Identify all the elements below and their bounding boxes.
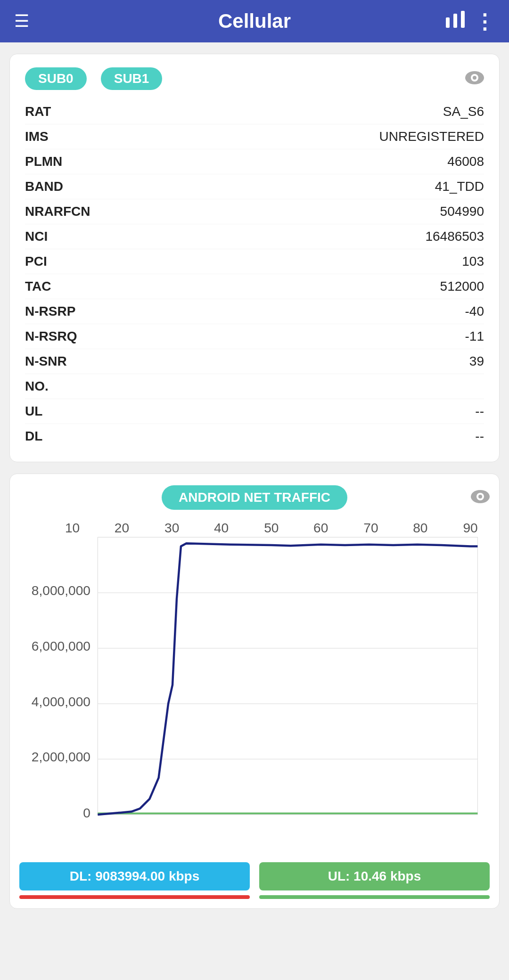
stats-row: DL: 9083994.00 kbps UL: 10.46 kbps <box>19 862 490 890</box>
stat-bar-row <box>19 895 490 899</box>
row-label: TAC <box>25 279 51 294</box>
svg-text:30: 30 <box>164 521 179 535</box>
table-row: N-RSRQ-11 <box>25 324 484 349</box>
row-value: 46008 <box>447 154 484 169</box>
svg-text:6,000,000: 6,000,000 <box>32 639 90 653</box>
row-label: N-RSRQ <box>25 329 77 344</box>
dl-progress-bar <box>19 895 250 899</box>
table-row: NRARFCN504990 <box>25 199 484 224</box>
table-row: PLMN46008 <box>25 149 484 174</box>
row-label: BAND <box>25 179 63 194</box>
badge-row: SUB0 SUB1 <box>25 67 484 90</box>
ul-progress-bar <box>259 895 490 899</box>
svg-text:10: 10 <box>65 521 80 535</box>
svg-rect-0 <box>446 17 450 28</box>
svg-text:80: 80 <box>413 521 427 535</box>
chart-area: 10 20 30 40 50 60 70 80 90 0 2,000,000 4… <box>19 519 490 853</box>
svg-point-5 <box>473 76 476 80</box>
row-label: N-RSRP <box>25 304 75 319</box>
row-label: N-SNR <box>25 354 67 369</box>
chart-header: ANDROID NET TRAFFIC <box>19 485 490 510</box>
table-row: PCI103 <box>25 249 484 274</box>
bar-chart-icon[interactable] <box>446 11 465 32</box>
row-label: PLMN <box>25 154 62 169</box>
row-value: 41_TDD <box>435 179 484 194</box>
table-row: N-SNR39 <box>25 349 484 374</box>
app-header: ☰ Cellular ⋮ <box>0 0 509 42</box>
svg-text:40: 40 <box>214 521 229 535</box>
svg-text:8,000,000: 8,000,000 <box>32 583 90 598</box>
table-row: BAND41_TDD <box>25 174 484 199</box>
row-value: -40 <box>465 304 484 319</box>
row-label: NRARFCN <box>25 204 90 219</box>
net-traffic-chart: 10 20 30 40 50 60 70 80 90 0 2,000,000 4… <box>19 519 490 851</box>
svg-text:50: 50 <box>264 521 279 535</box>
visibility-icon[interactable] <box>465 69 484 89</box>
svg-text:20: 20 <box>115 521 129 535</box>
svg-text:4,000,000: 4,000,000 <box>32 694 90 709</box>
row-label: PCI <box>25 254 47 269</box>
ul-stat: UL: 10.46 kbps <box>259 862 490 890</box>
row-label: IMS <box>25 129 49 144</box>
svg-point-8 <box>478 495 482 498</box>
svg-text:70: 70 <box>363 521 378 535</box>
svg-text:2,000,000: 2,000,000 <box>32 750 90 764</box>
table-row: RATSA_S6 <box>25 99 484 124</box>
row-value: 103 <box>462 254 484 269</box>
chart-card: ANDROID NET TRAFFIC 10 20 30 40 50 60 70… <box>9 474 500 909</box>
table-row: TAC512000 <box>25 274 484 299</box>
table-row: NCI16486503 <box>25 224 484 249</box>
hamburger-icon[interactable]: ☰ <box>14 11 29 31</box>
sub1-badge[interactable]: SUB1 <box>101 67 163 90</box>
chart-visibility-icon[interactable] <box>471 488 490 507</box>
svg-text:90: 90 <box>463 521 477 535</box>
sub0-badge[interactable]: SUB0 <box>25 67 87 90</box>
row-label: DL <box>25 429 42 444</box>
dl-stat: DL: 9083994.00 kbps <box>19 862 250 890</box>
table-row: NO. <box>25 374 484 399</box>
row-value: -- <box>475 429 484 444</box>
row-value: SA_S6 <box>443 104 484 119</box>
row-label: NO. <box>25 379 49 394</box>
table-row: UL-- <box>25 399 484 424</box>
row-value: 504990 <box>440 204 484 219</box>
sub-card: SUB0 SUB1 RATSA_S6IMSUNREGISTEREDPLMN460… <box>9 54 500 462</box>
svg-text:0: 0 <box>83 806 90 820</box>
row-value: 39 <box>469 354 484 369</box>
page-title: Cellular <box>218 10 291 33</box>
row-value: 512000 <box>440 279 484 294</box>
table-row: DL-- <box>25 424 484 449</box>
svg-rect-1 <box>453 14 457 28</box>
table-row: N-RSRP-40 <box>25 299 484 324</box>
svg-rect-18 <box>98 537 477 815</box>
more-options-icon[interactable]: ⋮ <box>474 9 495 33</box>
svg-text:60: 60 <box>313 521 328 535</box>
row-label: UL <box>25 404 42 419</box>
row-value: 16486503 <box>425 229 484 244</box>
row-label: NCI <box>25 229 48 244</box>
svg-rect-2 <box>461 11 465 28</box>
row-label: RAT <box>25 104 51 119</box>
table-row: IMSUNREGISTERED <box>25 124 484 149</box>
chart-title-badge: ANDROID NET TRAFFIC <box>162 485 347 510</box>
row-value: UNREGISTERED <box>379 129 484 144</box>
row-value: -- <box>475 404 484 419</box>
row-value: -11 <box>465 329 484 344</box>
